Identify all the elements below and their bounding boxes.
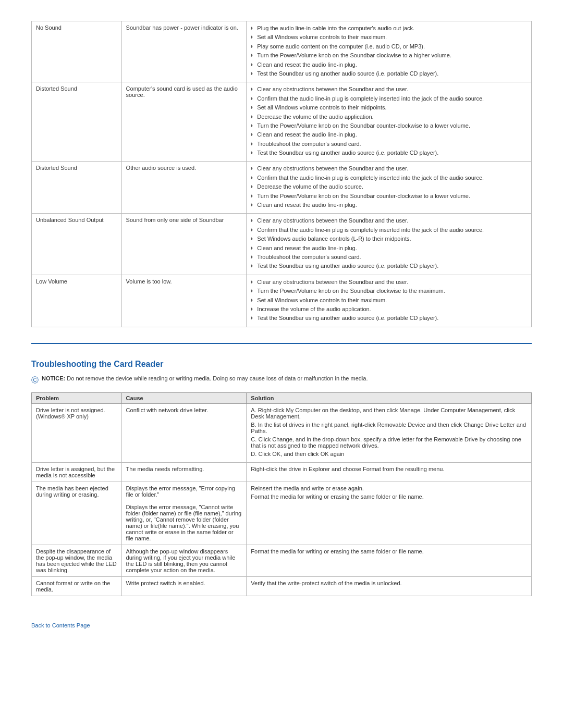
card-table-row: Despite the disappearance of the pop-up … (32, 545, 532, 576)
card-solution-cell: Right-click the drive in Explorer and ch… (247, 462, 532, 482)
solution-item: Clear any obstructions between the Sound… (251, 278, 527, 286)
solution-item: Set all Windows volume controls to their… (251, 297, 527, 304)
notice-icon: Ⓒ (31, 376, 39, 385)
card-problem-cell: Despite the disappearance of the pop-up … (32, 545, 122, 576)
sound-problem-cell: Unbalanced Sound Output (32, 214, 122, 275)
card-cause-cell: Displays the error message, "Error copyi… (121, 482, 247, 545)
solution-paragraph: Reinsert the media and write or erase ag… (251, 485, 527, 491)
solution-item: Clean and reseat the audio line-in plug. (251, 61, 527, 69)
sound-solution-cell: Clear any obstructions between the Sound… (247, 82, 532, 162)
sound-cause-cell: Sound from only one side of Soundbar (121, 214, 247, 275)
notice-text: NOTICE: Do not remove the device while r… (42, 375, 368, 381)
solution-item: Troubleshoot the computer's sound card. (251, 253, 527, 261)
solution-item: Play some audio content on the computer … (251, 43, 527, 51)
solution-paragraph: B. In the list of drives in the right pa… (251, 422, 527, 434)
solution-paragraph: D. Click OK, and then click OK again (251, 451, 527, 457)
card-table-row: Cannot format or write on the media.Writ… (32, 576, 532, 596)
solution-paragraph: Format the media for writing or erasing … (251, 493, 527, 500)
card-table-row: The media has been ejected during writin… (32, 482, 532, 545)
sound-solution-cell: Clear any obstructions between the Sound… (247, 214, 532, 275)
notice-label: NOTICE: (42, 375, 65, 381)
card-reader-title: Troubleshooting the Card Reader (31, 360, 532, 369)
sound-problem-cell: Distorted Sound (32, 82, 122, 162)
card-reader-tbody: Drive letter is not assigned. (Windows® … (32, 403, 532, 596)
solution-item: Troubleshoot the computer's sound card. (251, 140, 527, 148)
card-cause-cell: Although the pop-up window disappears du… (121, 545, 247, 576)
card-solution-cell: Reinsert the media and write or erase ag… (247, 482, 532, 545)
solution-item: Clean and reseat the audio line-in plug. (251, 201, 527, 209)
solution-item: Clean and reseat the audio line-in plug. (251, 244, 527, 252)
solution-item: Decrease the volume of the audio applica… (251, 113, 527, 121)
card-cause-cell: Write protect switch is enabled. (121, 576, 247, 596)
card-problem-cell: The media has been ejected during writin… (32, 482, 122, 545)
sound-table-row: Unbalanced Sound OutputSound from only o… (32, 214, 532, 275)
sound-solution-cell: Clear any obstructions between the Sound… (247, 162, 532, 214)
solution-item: Set all Windows volume controls to their… (251, 104, 527, 112)
solution-item: Decrease the volume of the audio source. (251, 183, 527, 191)
sound-solution-cell: Plug the audio line-in cable into the co… (247, 21, 532, 82)
solution-item: Clear any obstructions between the Sound… (251, 85, 527, 93)
notice-block: Ⓒ NOTICE: Do not remove the device while… (31, 375, 532, 385)
card-cause-cell: Conflict with network drive letter. (121, 403, 247, 462)
card-table-row: Drive letter is assigned, but the media … (32, 462, 532, 482)
sound-table: No SoundSoundbar has power - power indic… (31, 21, 532, 327)
card-problem-cell: Cannot format or write on the media. (32, 576, 122, 596)
solution-item: Confirm that the audio line-in plug is c… (251, 95, 527, 103)
solution-paragraph: C. Click Change, and in the drop-down bo… (251, 436, 527, 449)
sound-cause-cell: Other audio source is used. (121, 162, 247, 214)
header-cause: Cause (121, 392, 247, 403)
header-solution: Solution (247, 392, 532, 403)
solution-item: Test the Soundbar using another audio so… (251, 262, 527, 270)
card-problem-cell: Drive letter is assigned, but the media … (32, 462, 122, 482)
sound-cause-cell: Computer's sound card is used as the aud… (121, 82, 247, 162)
solution-item: Test the Soundbar using another audio so… (251, 314, 527, 322)
solution-item: Turn the Power/Volume knob on the Soundb… (251, 287, 527, 295)
sound-table-row: No SoundSoundbar has power - power indic… (32, 21, 532, 82)
header-problem: Problem (32, 392, 122, 403)
back-link[interactable]: Back to Contents Page (31, 622, 90, 628)
sound-table-row: Distorted SoundOther audio source is use… (32, 162, 532, 214)
sound-problem-cell: Distorted Sound (32, 162, 122, 214)
solution-item: Turn the Power/Volume knob on the Soundb… (251, 122, 527, 130)
card-reader-thead: Problem Cause Solution (32, 392, 532, 403)
sound-problem-cell: Low Volume (32, 275, 122, 327)
solution-item: Clear any obstructions between the Sound… (251, 165, 527, 172)
solution-item: Test the Soundbar using another audio so… (251, 149, 527, 157)
sound-table-row: Distorted SoundComputer's sound card is … (32, 82, 532, 162)
card-solution-cell: A. Right-click My Computer on the deskto… (247, 403, 532, 462)
sound-cause-cell: Volume is too low. (121, 275, 247, 327)
solution-item: Set all Windows volume controls to their… (251, 33, 527, 41)
solution-item: Clean and reseat the audio line-in plug. (251, 131, 527, 139)
card-solution-cell: Verify that the write-protect switch of … (247, 576, 532, 596)
card-cause-cell: The media needs reformatting. (121, 462, 247, 482)
solution-item: Confirm that the audio line-in plug is c… (251, 226, 527, 234)
solution-item: Test the Soundbar using another audio so… (251, 70, 527, 78)
card-problem-cell: Drive letter is not assigned. (Windows® … (32, 403, 122, 462)
solution-item: Turn the Power/Volume knob on the Soundb… (251, 52, 527, 59)
solution-item: Increase the volume of the audio applica… (251, 305, 527, 313)
card-table-row: Drive letter is not assigned. (Windows® … (32, 403, 532, 462)
solution-item: Turn the Power/Volume knob on the Soundb… (251, 192, 527, 200)
notice-body: Do not remove the device while reading o… (67, 375, 368, 381)
section-divider (31, 343, 532, 344)
solution-item: Confirm that the audio line-in plug is c… (251, 174, 527, 182)
solution-item: Set Windows audio balance controls (L-R)… (251, 235, 527, 243)
card-reader-table: Problem Cause Solution Drive letter is n… (31, 392, 532, 596)
sound-problem-cell: No Sound (32, 21, 122, 82)
solution-paragraph: A. Right-click My Computer on the deskto… (251, 407, 527, 419)
solution-item: Clear any obstructions between the Sound… (251, 217, 527, 225)
card-solution-cell: Format the media for writing or erasing … (247, 545, 532, 576)
sound-table-row: Low VolumeVolume is too low.Clear any ob… (32, 275, 532, 327)
solution-item: Plug the audio line-in cable into the co… (251, 24, 527, 32)
sound-solution-cell: Clear any obstructions between the Sound… (247, 275, 532, 327)
sound-cause-cell: Soundbar has power - power indicator is … (121, 21, 247, 82)
